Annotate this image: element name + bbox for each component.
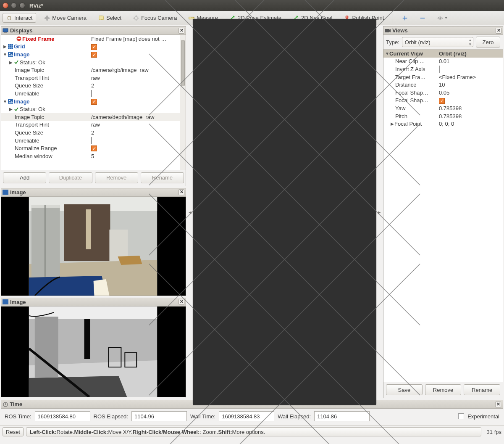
fps-label: 31 fps (484, 429, 501, 435)
close-panel-button[interactable]: ✕ (178, 28, 184, 34)
svg-point-1 (134, 16, 138, 20)
ros-elapsed-label: ROS Elapsed: (94, 413, 128, 420)
image-icon (3, 299, 8, 304)
grid-icon (7, 44, 14, 49)
status-ok: Status: Ok (20, 59, 45, 66)
statusbar: Reset Left-Click: Rotate. Middle-Click: … (0, 425, 504, 438)
image2-unreliable-checkbox[interactable] (91, 137, 92, 144)
image2-checkbox[interactable]: ✓ (91, 99, 97, 105)
window-minimize-button[interactable] (11, 3, 17, 8)
wall-time-label: Wall Time: (190, 413, 215, 420)
svg-rect-21 (45, 205, 46, 277)
panel-header[interactable]: Displays ✕ (1, 26, 186, 35)
svg-point-13 (9, 100, 10, 101)
remove-tool-button[interactable] (416, 13, 429, 23)
ros-time-label: ROS Time: (5, 413, 32, 420)
3d-viewport[interactable] (193, 19, 376, 405)
add-button[interactable]: Add (3, 172, 46, 183)
svg-marker-25 (118, 256, 142, 265)
expand-icon[interactable]: ▶ (9, 107, 13, 111)
panel-header[interactable]: Image ✕ (1, 298, 186, 307)
image2-label[interactable]: Image (14, 98, 30, 105)
views-tree[interactable]: ▼Current ViewOrbit (rviz) Near Clip …0.0… (383, 49, 503, 382)
move-camera-button[interactable]: Move Camera (40, 13, 90, 23)
collapse-icon[interactable]: ▼ (3, 99, 7, 104)
expand-icon[interactable]: ▶ (3, 44, 7, 49)
view-type-combo[interactable]: Orbit (rviz)▴▾ (402, 37, 473, 47)
svg-rect-35 (84, 319, 90, 359)
image2-transport-value[interactable]: raw (91, 122, 186, 128)
image2-median-value[interactable]: 5 (91, 153, 186, 159)
type-label: Type: (386, 39, 399, 45)
displays-tree[interactable]: Fixed Frame Fixed Frame [map] does not …… (1, 35, 186, 160)
fixed-frame-value[interactable]: Fixed Frame [map] does not … (91, 36, 186, 42)
image-icon (3, 190, 8, 195)
reset-button[interactable]: Reset (3, 427, 24, 436)
separator (393, 13, 393, 23)
close-panel-button[interactable]: ✕ (178, 299, 184, 305)
plus-icon (402, 15, 408, 21)
pitch-value[interactable]: 0.785398 (437, 113, 503, 119)
close-panel-button[interactable]: ✕ (178, 189, 184, 195)
rename-button[interactable]: Rename (141, 172, 184, 183)
window-maximize-button[interactable] (19, 3, 25, 8)
invert-z-checkbox[interactable] (439, 66, 440, 73)
remove-button[interactable]: Remove (95, 172, 138, 183)
near-clip-value[interactable]: 0.01 (437, 58, 503, 64)
close-panel-button[interactable]: ✕ (496, 28, 501, 34)
save-view-button[interactable]: Save (386, 384, 423, 395)
svg-rect-5 (3, 29, 8, 32)
experimental-label: Experimental (467, 413, 499, 420)
svg-rect-0 (99, 16, 104, 19)
image2-topic-value[interactable]: /camera/depth/image_raw (91, 114, 186, 120)
ros-time-input[interactable] (35, 411, 90, 421)
remove-view-button[interactable]: Remove (425, 384, 462, 395)
wall-elapsed-input[interactable] (314, 411, 370, 421)
ros-elapsed-input[interactable] (131, 411, 187, 421)
expand-icon[interactable]: ▶ (390, 122, 394, 126)
svg-rect-9 (8, 44, 13, 49)
target-frame-value[interactable]: <Fixed Frame> (437, 74, 503, 80)
collapse-icon[interactable]: ▼ (3, 52, 7, 57)
interact-button[interactable]: Interact (3, 13, 36, 23)
close-panel-button[interactable]: ✕ (495, 402, 501, 407)
rename-view-button[interactable]: Rename (464, 384, 500, 395)
fixed-frame-label: Fixed Frame (22, 36, 55, 42)
zero-button[interactable]: Zero (476, 37, 500, 48)
focal-shape-fixed-checkbox[interactable]: ✓ (439, 98, 445, 104)
image1-checkbox[interactable]: ✓ (91, 52, 97, 58)
grid-label[interactable]: Grid (14, 43, 25, 50)
image1-transport-value[interactable]: raw (91, 75, 186, 81)
ok-icon (13, 107, 20, 112)
select-button[interactable]: Select (94, 13, 125, 23)
wall-time-input[interactable] (219, 411, 274, 421)
image1-label[interactable]: Image (14, 51, 30, 58)
select-icon (98, 15, 104, 21)
panel-header[interactable]: Image ✕ (1, 188, 186, 197)
display-button-row: Add Duplicate Remove Rename (1, 170, 186, 186)
add-tool-button[interactable] (398, 13, 412, 23)
minus-icon (420, 15, 425, 21)
window-close-button[interactable] (3, 3, 8, 8)
image1-topic-value[interactable]: /camera/rgb/image_raw (91, 67, 186, 73)
focal-point-value[interactable]: 0; 0; 0 (437, 121, 503, 127)
panel-header[interactable]: Views ✕ (383, 26, 503, 35)
experimental-checkbox[interactable] (458, 413, 464, 419)
image2-normalize-checkbox[interactable]: ✓ (91, 145, 97, 151)
duplicate-button[interactable]: Duplicate (49, 172, 92, 183)
image1-queue-value[interactable]: 2 (91, 82, 186, 89)
focal-shape-size-value[interactable]: 0.05 (437, 90, 503, 96)
depth-image-view[interactable] (1, 307, 186, 397)
yaw-value[interactable]: 0.785398 (437, 105, 503, 111)
view-menu-button[interactable]: ▾ (433, 13, 451, 23)
expand-icon[interactable]: ▶ (9, 60, 13, 65)
collapse-icon[interactable]: ▼ (385, 51, 389, 56)
image1-unreliable-checkbox[interactable] (91, 90, 92, 97)
svg-rect-23 (86, 209, 91, 249)
focus-camera-button[interactable]: Focus Camera (129, 13, 181, 23)
grid-checkbox[interactable]: ✓ (91, 44, 97, 50)
distance-value[interactable]: 10 (437, 82, 503, 88)
image2-queue-value[interactable]: 2 (91, 130, 186, 136)
image-icon (7, 52, 14, 57)
monitor-icon (3, 28, 8, 33)
